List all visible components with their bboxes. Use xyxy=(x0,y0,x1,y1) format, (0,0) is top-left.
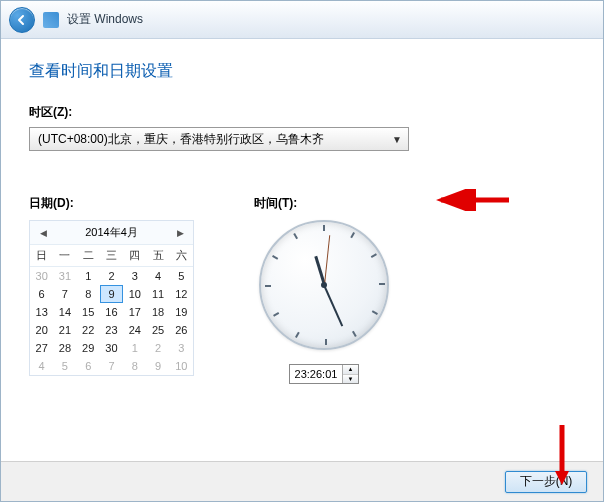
window-header: 设置 Windows xyxy=(1,1,603,39)
time-column: 时间(T): ▲ ▼ xyxy=(254,195,394,384)
calendar-day[interactable]: 26 xyxy=(170,321,193,339)
clock-tick xyxy=(273,312,279,317)
footer: 下一步(N) xyxy=(1,461,603,501)
calendar-day[interactable]: 18 xyxy=(146,303,169,321)
calendar-day[interactable]: 6 xyxy=(30,285,53,303)
timezone-selected-text: (UTC+08:00)北京，重庆，香港特别行政区，乌鲁木齐 xyxy=(38,131,324,148)
calendar-day[interactable]: 19 xyxy=(170,303,193,321)
content-area: 查看时间和日期设置 时区(Z): (UTC+08:00)北京，重庆，香港特别行政… xyxy=(1,39,603,461)
clock-center-pin xyxy=(321,282,327,288)
calendar-dow: 三 xyxy=(100,245,123,267)
calendar-day[interactable]: 25 xyxy=(146,321,169,339)
calendar-day[interactable]: 3 xyxy=(123,267,146,285)
chevron-down-icon: ▼ xyxy=(392,134,402,145)
calendar-day[interactable]: 2 xyxy=(100,267,123,285)
calendar-day[interactable]: 27 xyxy=(30,339,53,357)
timezone-select[interactable]: (UTC+08:00)北京，重庆，香港特别行政区，乌鲁木齐 ▼ xyxy=(29,127,409,151)
calendar-day[interactable]: 29 xyxy=(77,339,100,357)
time-spin-buttons: ▲ ▼ xyxy=(342,365,358,383)
calendar-day[interactable]: 12 xyxy=(170,285,193,303)
calendar-day[interactable]: 3 xyxy=(170,339,193,357)
calendar-day[interactable]: 13 xyxy=(30,303,53,321)
clock-tick xyxy=(350,232,355,238)
time-label: 时间(T): xyxy=(254,195,394,212)
calendar-day[interactable]: 23 xyxy=(100,321,123,339)
next-button[interactable]: 下一步(N) xyxy=(505,471,587,493)
time-spin-up-button[interactable]: ▲ xyxy=(343,365,358,375)
clock-tick xyxy=(272,255,278,260)
calendar-day[interactable]: 1 xyxy=(123,339,146,357)
calendar-month-title: 2014年4月 xyxy=(85,225,138,240)
calendar-day[interactable]: 11 xyxy=(146,285,169,303)
calendar-day[interactable]: 31 xyxy=(53,267,76,285)
clock-tick xyxy=(325,339,327,345)
calendar-day[interactable]: 30 xyxy=(100,339,123,357)
page-title: 查看时间和日期设置 xyxy=(29,61,575,82)
calendar-day[interactable]: 5 xyxy=(53,357,76,375)
clock-second-hand xyxy=(324,235,330,285)
clock-tick xyxy=(379,283,385,285)
calendar-day[interactable]: 16 xyxy=(100,303,123,321)
calendar-dow: 一 xyxy=(53,245,76,267)
calendar-day[interactable]: 4 xyxy=(146,267,169,285)
calendar-day[interactable]: 30 xyxy=(30,267,53,285)
analog-clock xyxy=(259,220,389,350)
time-input[interactable] xyxy=(290,365,342,383)
clock-tick xyxy=(352,331,357,337)
calendar-day[interactable]: 28 xyxy=(53,339,76,357)
calendar-prev-button[interactable]: ◀ xyxy=(36,226,50,240)
calendar-day[interactable]: 6 xyxy=(77,357,100,375)
back-button[interactable] xyxy=(9,7,35,33)
calendar-header: ◀ 2014年4月 ▶ xyxy=(30,221,193,245)
window-title: 设置 Windows xyxy=(67,11,143,28)
window: 设置 Windows 查看时间和日期设置 时区(Z): (UTC+08:00)北… xyxy=(0,0,604,502)
calendar-day[interactable]: 5 xyxy=(170,267,193,285)
calendar-day[interactable]: 2 xyxy=(146,339,169,357)
clock-tick xyxy=(265,285,271,287)
calendar-day[interactable]: 10 xyxy=(123,285,146,303)
calendar-grid: 日一二三四五六303112345678910111213141516171819… xyxy=(30,245,193,375)
calendar-dow: 二 xyxy=(77,245,100,267)
time-spinner: ▲ ▼ xyxy=(254,364,394,384)
calendar-day[interactable]: 8 xyxy=(123,357,146,375)
app-icon xyxy=(43,12,59,28)
clock-minute-hand xyxy=(323,285,343,327)
date-time-row: 日期(D): ◀ 2014年4月 ▶ 日一二三四五六30311234567891… xyxy=(29,195,575,384)
calendar: ◀ 2014年4月 ▶ 日一二三四五六303112345678910111213… xyxy=(29,220,194,376)
calendar-day[interactable]: 10 xyxy=(170,357,193,375)
clock-tick xyxy=(295,332,300,338)
calendar-day[interactable]: 17 xyxy=(123,303,146,321)
clock-tick xyxy=(372,310,378,315)
clock-tick xyxy=(371,253,377,258)
calendar-day[interactable]: 15 xyxy=(77,303,100,321)
calendar-day[interactable]: 9 xyxy=(146,357,169,375)
time-spinner-box: ▲ ▼ xyxy=(289,364,359,384)
date-column: 日期(D): ◀ 2014年4月 ▶ 日一二三四五六30311234567891… xyxy=(29,195,194,384)
calendar-day[interactable]: 1 xyxy=(77,267,100,285)
calendar-next-button[interactable]: ▶ xyxy=(173,226,187,240)
calendar-day[interactable]: 8 xyxy=(77,285,100,303)
clock-tick xyxy=(323,225,325,231)
calendar-dow: 六 xyxy=(170,245,193,267)
clock-tick xyxy=(293,233,298,239)
calendar-day[interactable]: 9 xyxy=(100,285,123,303)
date-label: 日期(D): xyxy=(29,195,194,212)
calendar-day[interactable]: 21 xyxy=(53,321,76,339)
calendar-dow: 四 xyxy=(123,245,146,267)
timezone-label: 时区(Z): xyxy=(29,104,575,121)
calendar-day[interactable]: 20 xyxy=(30,321,53,339)
time-spin-down-button[interactable]: ▼ xyxy=(343,375,358,384)
calendar-day[interactable]: 24 xyxy=(123,321,146,339)
calendar-day[interactable]: 4 xyxy=(30,357,53,375)
calendar-day[interactable]: 22 xyxy=(77,321,100,339)
calendar-dow: 日 xyxy=(30,245,53,267)
calendar-day[interactable]: 14 xyxy=(53,303,76,321)
arrow-left-icon xyxy=(16,14,28,26)
calendar-day[interactable]: 7 xyxy=(100,357,123,375)
calendar-dow: 五 xyxy=(146,245,169,267)
calendar-day[interactable]: 7 xyxy=(53,285,76,303)
